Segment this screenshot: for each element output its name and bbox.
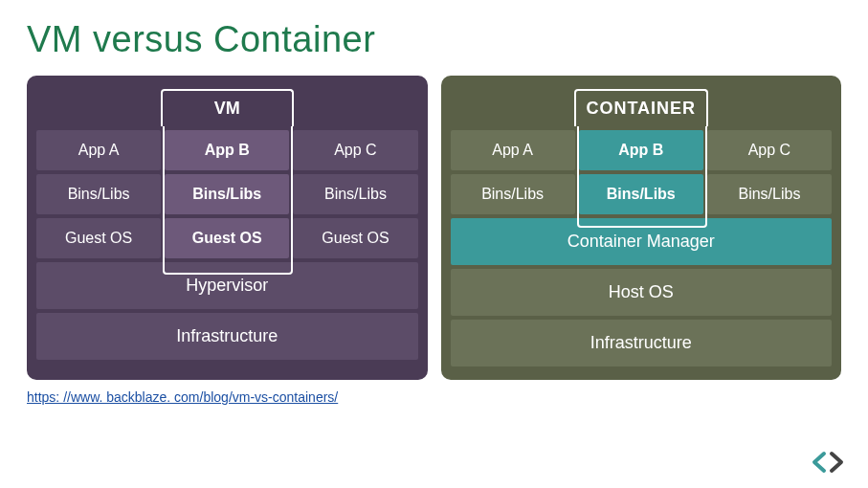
vm-panel: VM App A App B App C Bins/Libs Bins/Libs… xyxy=(27,76,428,380)
ct-bins-a: Bins/Libs xyxy=(451,174,575,214)
ct-app-a: App A xyxy=(451,130,575,170)
vm-os-a: Guest OS xyxy=(36,218,161,258)
ct-app-c: App C xyxy=(707,130,832,170)
slide-title: VM versus Container xyxy=(27,19,841,60)
vm-os-b: Guest OS xyxy=(165,218,289,258)
vm-app-b: App B xyxy=(165,130,289,170)
ct-host-os: Host OS xyxy=(451,269,833,316)
source-link[interactable]: https: //www. backblaze. com/blog/vm-vs-… xyxy=(27,389,841,405)
ct-bins-c: Bins/Libs xyxy=(707,174,832,214)
brand-logo-icon xyxy=(809,450,847,475)
vm-bins-a: Bins/Libs xyxy=(36,174,161,214)
ct-bins-b: Bins/Libs xyxy=(579,174,703,214)
vm-header: VM xyxy=(161,89,295,126)
ct-app-b: App B xyxy=(579,130,703,170)
ct-manager: Container Manager xyxy=(451,218,833,265)
vm-app-c: App C xyxy=(293,130,417,170)
diagram-panels: VM App A App B App C Bins/Libs Bins/Libs… xyxy=(27,76,841,380)
ct-infrastructure: Infrastructure xyxy=(451,320,833,366)
vm-os-c: Guest OS xyxy=(293,218,417,258)
vm-bins-b: Bins/Libs xyxy=(165,174,289,214)
container-header: CONTAINER xyxy=(574,89,708,126)
vm-hypervisor: Hypervisor xyxy=(36,262,418,309)
vm-bins-c: Bins/Libs xyxy=(293,174,417,214)
vm-infrastructure: Infrastructure xyxy=(36,313,418,360)
container-panel: CONTAINER App A App B App C Bins/Libs Bi… xyxy=(441,76,842,380)
slide: VM versus Container VM App A App B App C… xyxy=(0,0,868,488)
vm-app-a: App A xyxy=(36,130,161,170)
